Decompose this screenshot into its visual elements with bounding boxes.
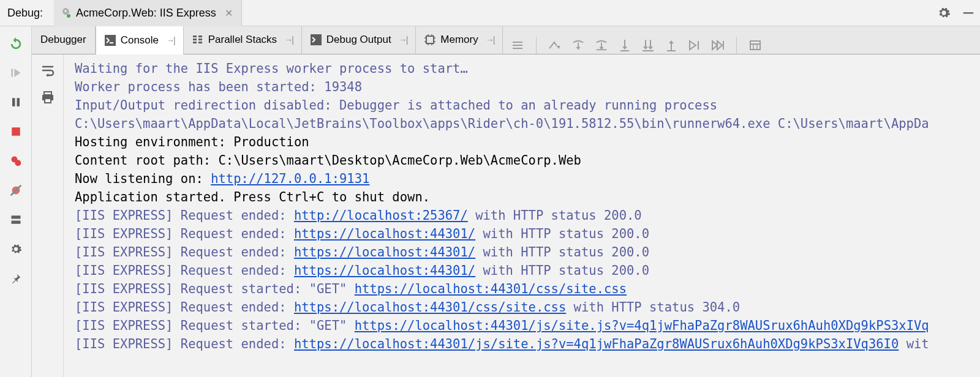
evaluate-icon[interactable] — [748, 38, 763, 53]
soft-wrap-icon[interactable] — [40, 63, 55, 78]
run-to-cursor-icon[interactable] — [687, 38, 702, 53]
minimize-icon[interactable] — [962, 6, 975, 20]
stacks-icon — [192, 34, 203, 45]
tab-label: Debugger — [40, 34, 86, 46]
step-toolbar — [503, 37, 770, 54]
svg-rect-4 — [12, 98, 15, 106]
svg-rect-51 — [44, 92, 51, 95]
console-line: Application started. Press Ctrl+C to shu… — [75, 190, 430, 204]
iis-tag: [IIS EXPRESS] — [75, 318, 173, 333]
step-into-my-icon[interactable] — [594, 38, 609, 53]
pin-right-icon[interactable]: →| — [399, 35, 407, 45]
svg-point-1 — [67, 14, 70, 18]
svg-rect-19 — [198, 39, 202, 40]
run-config-tab[interactable]: AcmeCorp.Web: IIS Express ✕ — [54, 0, 242, 26]
console-line: Worker process has been started: 19348 — [75, 80, 362, 94]
iis-tag: [IIS EXPRESS] — [75, 300, 173, 315]
title-bar: Debug: AcmeCorp.Web: IIS Express ✕ — [0, 0, 980, 26]
console-link[interactable]: https://localhost:44301/js/site.js?v=4q1… — [355, 318, 929, 333]
pin-right-icon[interactable]: →| — [166, 35, 175, 45]
svg-rect-12 — [11, 221, 20, 224]
step-into-icon[interactable] — [571, 38, 586, 53]
console-link[interactable]: http://127.0.0.1:9131 — [211, 171, 369, 186]
force-run-to-cursor-icon[interactable] — [710, 38, 725, 53]
svg-rect-6 — [12, 127, 20, 136]
stop-icon[interactable] — [9, 124, 23, 139]
console-line: C:\Users\maart\AppData\Local\JetBrains\T… — [75, 116, 929, 131]
console-line: Waiting for the IIS Express worker proce… — [75, 61, 468, 76]
show-exec-point-icon[interactable] — [510, 38, 525, 53]
iis-tag: [IIS EXPRESS] — [75, 337, 173, 351]
mute-breakpoints-icon[interactable] — [9, 183, 23, 198]
tab-console[interactable]: Console →| — [96, 26, 184, 54]
svg-rect-18 — [198, 35, 202, 37]
console-link[interactable]: https://localhost:44301/ — [294, 245, 475, 259]
settings-icon[interactable] — [9, 242, 23, 256]
console-line: Hosting environment: Production — [75, 135, 309, 149]
debug-label: Debug: — [5, 3, 45, 23]
smart-step-into-icon[interactable] — [641, 38, 655, 53]
console-line: Content root path: C:\Users\maart\Deskto… — [75, 153, 581, 168]
step-out-icon[interactable] — [664, 38, 679, 53]
iis-tag: [IIS EXPRESS] — [75, 263, 173, 278]
print-icon[interactable] — [40, 90, 55, 105]
console-line: Now listening on: — [75, 171, 211, 186]
svg-rect-20 — [198, 42, 202, 43]
svg-rect-16 — [193, 39, 197, 40]
tab-label: Debug Output — [326, 34, 391, 46]
step-over-icon[interactable] — [548, 38, 562, 53]
svg-rect-11 — [11, 215, 20, 218]
svg-rect-14 — [110, 42, 113, 43]
svg-rect-5 — [17, 98, 20, 106]
close-icon[interactable]: ✕ — [225, 7, 233, 19]
iis-tag: [IIS EXPRESS] — [75, 226, 173, 241]
console-toolbar — [32, 54, 64, 377]
pin-icon[interactable] — [9, 271, 23, 286]
breakpoints-icon[interactable] — [9, 154, 23, 168]
tab-debugger[interactable]: Debugger — [32, 26, 96, 54]
iis-tag: [IIS EXPRESS] — [75, 208, 173, 223]
svg-rect-46 — [750, 41, 760, 50]
pause-icon[interactable] — [9, 95, 23, 110]
pin-right-icon[interactable]: →| — [486, 35, 494, 45]
rerun-icon[interactable] — [9, 36, 23, 51]
console-link[interactable]: https://localhost:44301/css/site.css — [294, 300, 566, 315]
tool-tabs: Debugger Console →| Parallel Stacks →| D… — [32, 26, 980, 54]
console-link[interactable]: https://localhost:44301/ — [294, 226, 475, 241]
tab-parallel-stacks[interactable]: Parallel Stacks →| — [184, 26, 302, 54]
tab-debug-output[interactable]: Debug Output →| — [302, 26, 417, 54]
svg-rect-53 — [45, 99, 51, 103]
svg-point-8 — [15, 160, 21, 166]
iis-tag: [IIS EXPRESS] — [75, 245, 173, 259]
svg-rect-17 — [193, 42, 197, 43]
console-link[interactable]: http://localhost:25367/ — [294, 208, 468, 223]
tab-label: Parallel Stacks — [208, 34, 277, 46]
console-link[interactable]: https://localhost:44301/ — [294, 263, 475, 278]
memory-icon — [424, 34, 435, 45]
svg-point-0 — [64, 10, 66, 12]
svg-rect-2 — [963, 12, 974, 13]
iis-tag: [IIS EXPRESS] — [75, 282, 173, 296]
resume-icon[interactable] — [9, 65, 23, 80]
tab-label: Console — [121, 34, 159, 47]
svg-rect-21 — [311, 34, 322, 45]
tab-label: Memory — [440, 34, 478, 46]
rocket-icon — [60, 7, 71, 18]
console-line: Input/Output redirection disabled: Debug… — [75, 98, 717, 113]
output-icon — [311, 34, 322, 45]
tab-memory[interactable]: Memory →| — [416, 26, 503, 54]
console-output[interactable]: Waiting for the IIS Express worker proce… — [64, 54, 980, 377]
svg-rect-15 — [193, 35, 197, 37]
svg-rect-3 — [11, 69, 13, 77]
svg-rect-22 — [426, 36, 434, 43]
pin-right-icon[interactable]: →| — [284, 35, 293, 45]
svg-rect-13 — [105, 35, 116, 46]
layout-icon[interactable] — [9, 212, 23, 227]
debug-toolbar — [0, 26, 32, 377]
console-link[interactable]: https://localhost:44301/css/site.css — [355, 282, 627, 296]
force-step-into-icon[interactable] — [617, 38, 632, 53]
gear-icon[interactable] — [937, 6, 951, 20]
console-link[interactable]: https://localhost:44301/js/site.js?v=4q1… — [294, 337, 899, 351]
run-config-name: AcmeCorp.Web: IIS Express — [76, 7, 216, 20]
console-icon — [105, 35, 116, 46]
